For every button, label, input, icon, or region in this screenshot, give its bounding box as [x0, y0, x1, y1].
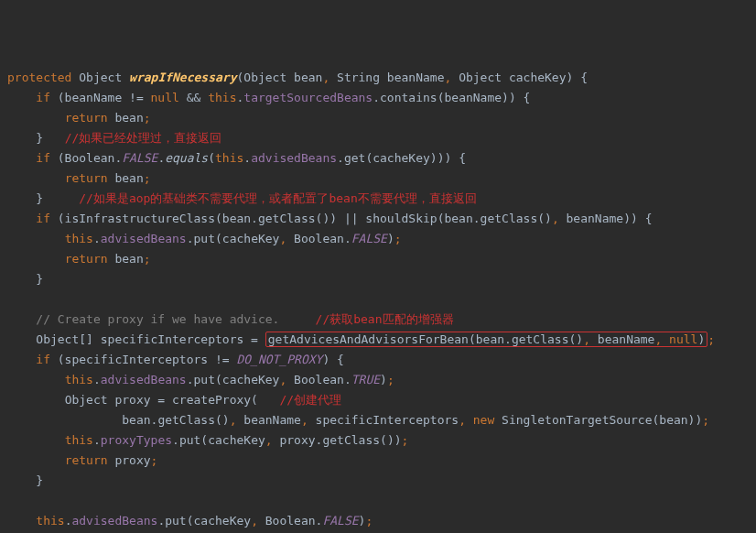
beanname: beanName: [567, 212, 624, 225]
line-1: protected Object wrapIfNecessary(Object …: [7, 71, 588, 84]
keyword-if: if: [36, 91, 50, 104]
cond: (beanName !=: [58, 91, 151, 104]
bool: Boolean.: [294, 373, 351, 386]
getclass2: getClass: [481, 212, 538, 225]
keyword-return: return: [65, 111, 108, 125]
field: advisedBeans: [251, 151, 337, 165]
brace: }: [36, 473, 43, 487]
args: (beanName)): [437, 91, 516, 104]
line-7: } //如果是aop的基础类不需要代理，或者配置了bean不需要代理，直接返回: [36, 191, 476, 205]
cond2: ()) || shouldSkip(bean.: [316, 212, 481, 225]
line-13: Object[] specificInterceptors = getAdvic…: [36, 332, 715, 347]
end: ()): [380, 433, 401, 447]
put: put: [165, 514, 186, 528]
args: (bean)): [652, 413, 702, 427]
decl: Object proxy = createProxy(: [65, 393, 258, 407]
keyword-if: if: [36, 212, 50, 225]
sts: SingletonTargetSource: [502, 413, 652, 427]
keyword-return: return: [65, 453, 108, 467]
line-20: }: [36, 473, 43, 487]
var: bean: [114, 111, 143, 125]
c2: (): [215, 413, 230, 427]
cond3: (): [537, 212, 552, 225]
brace: }: [36, 131, 43, 145]
line-4: } //如果已经处理过，直接返回: [36, 131, 221, 145]
args: (cacheKey: [200, 433, 265, 447]
var: proxy: [114, 453, 150, 467]
line-16: Object proxy = createProxy( //创建代理: [65, 393, 341, 407]
null: null: [669, 332, 697, 346]
var: bean: [114, 252, 143, 266]
beanname: beanName: [243, 413, 301, 427]
comment: // Create proxy if we have advice.: [36, 312, 279, 326]
bool: (Boolean.: [58, 151, 122, 165]
getclass: getClass: [322, 433, 380, 447]
args1: (bean.: [469, 332, 512, 346]
param3: Object cacheKey): [459, 71, 573, 84]
keyword-if: if: [36, 151, 50, 165]
put: put: [194, 232, 215, 245]
beanname: beanName: [598, 332, 655, 346]
line-18: this.proxyTypes.put(cacheKey, proxy.getC…: [65, 433, 409, 447]
highlight-box: getAdvicesAndAdvisorsForBean(bean.getCla…: [265, 332, 707, 347]
keyword-new: new: [473, 413, 494, 427]
end: ): [387, 232, 394, 245]
args2: (): [569, 332, 584, 346]
c1: bean.: [122, 413, 157, 427]
brace: {: [524, 91, 531, 104]
null: null: [151, 91, 179, 104]
cond: (specificInterceptors !=: [58, 353, 237, 366]
line-17: bean.getClass(), beanName, specificInter…: [122, 413, 709, 427]
get: get: [344, 151, 365, 165]
keyword-if: if: [36, 353, 50, 366]
const-true: TRUE: [351, 373, 380, 386]
field: advisedBeans: [101, 232, 187, 245]
param2: String beanName: [337, 71, 444, 84]
this: this: [36, 514, 64, 528]
put: put: [179, 433, 200, 447]
method-name: wrapIfNecessary: [129, 71, 236, 84]
args: (cacheKey))): [365, 151, 451, 165]
brace: {: [337, 353, 344, 366]
this: this: [65, 433, 93, 447]
equals-call: equals: [165, 151, 208, 165]
field: advisedBeans: [71, 514, 157, 528]
cond1: (isInfrastructureClass(bean.: [58, 212, 258, 225]
line-15: this.advisedBeans.put(cacheKey, Boolean.…: [65, 373, 394, 386]
keyword-protected: protected: [7, 71, 71, 84]
comment-red: //获取bean匹配的增强器: [316, 312, 454, 326]
line-6: return bean;: [65, 171, 151, 185]
var: bean: [114, 171, 143, 185]
decl: Object[] specificInterceptors =: [36, 332, 265, 346]
args: (cacheKey: [215, 373, 279, 386]
line-11: }: [36, 272, 43, 286]
field: advisedBeans: [101, 373, 187, 386]
brace: {: [645, 212, 653, 225]
line-19: return proxy;: [65, 453, 158, 467]
this: this: [215, 151, 243, 165]
end: ): [380, 373, 387, 386]
line-12: // Create proxy if we have advice. //获取b…: [36, 312, 453, 326]
type-object: Object: [79, 71, 122, 84]
code-block: protected Object wrapIfNecessary(Object …: [7, 68, 756, 533]
getclass: getClass: [258, 212, 316, 225]
field: targetSourcedBeans: [243, 91, 373, 104]
args: (cacheKey: [187, 514, 251, 528]
end: ): [322, 353, 329, 366]
comment-red: //创建代理: [279, 393, 341, 407]
line-5: if (Boolean.FALSE.equals(this.advisedBea…: [36, 151, 466, 165]
brace: }: [36, 191, 43, 205]
params: (Object bean: [236, 71, 322, 84]
brace: }: [36, 272, 43, 286]
this: this: [208, 91, 236, 104]
comment-red: //如果已经处理过，直接返回: [65, 131, 222, 145]
const-false: FALSE: [322, 514, 358, 528]
line-10: return bean;: [65, 252, 151, 266]
line-3: return bean;: [65, 111, 151, 125]
keyword-return: return: [65, 171, 108, 185]
const-false: FALSE: [351, 232, 387, 245]
bool: Boolean.: [265, 514, 323, 528]
this: this: [65, 373, 93, 386]
line-8: if (isInfrastructureClass(bean.getClass(…: [36, 212, 652, 225]
this: this: [65, 232, 93, 245]
